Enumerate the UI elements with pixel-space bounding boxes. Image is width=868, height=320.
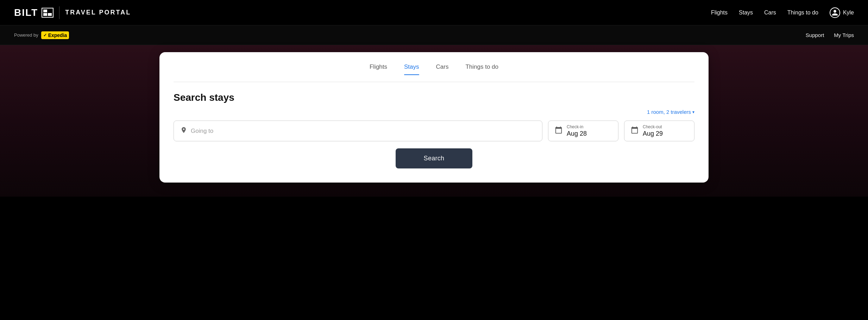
- checkin-field[interactable]: Check-in Aug 28: [548, 121, 618, 141]
- nav-link-flights[interactable]: Flights: [711, 10, 728, 16]
- nav-left: BILT TRAVEL PORTAL: [14, 6, 131, 19]
- bilt-logo[interactable]: BILT: [14, 7, 54, 18]
- going-to-field[interactable]: Going to: [174, 121, 542, 141]
- search-button[interactable]: Search: [396, 148, 473, 168]
- travelers-selector[interactable]: 1 room, 2 travelers ▾: [647, 109, 694, 115]
- nav-link-cars[interactable]: Cars: [764, 10, 776, 16]
- tab-stays[interactable]: Stays: [404, 63, 419, 75]
- travelers-label: 1 room, 2 travelers: [647, 109, 691, 115]
- checkin-content: Check-in Aug 28: [567, 124, 587, 137]
- search-title: Search stays: [174, 92, 694, 103]
- nav-link-things-to-do[interactable]: Things to do: [787, 10, 818, 16]
- search-fields: Going to Check-in Aug 28: [174, 121, 694, 141]
- travelers-row: 1 room, 2 travelers ▾: [174, 109, 694, 115]
- expedia-label: Expedia: [48, 32, 67, 38]
- checkout-label: Check-out: [643, 124, 663, 129]
- bilt-wordmark: BILT: [14, 7, 38, 18]
- tab-cars[interactable]: Cars: [436, 63, 449, 75]
- search-button-row: Search: [174, 148, 694, 168]
- top-navigation: BILT TRAVEL PORTAL Flights Stays Cars Th…: [0, 0, 868, 25]
- support-link[interactable]: Support: [806, 32, 824, 38]
- location-icon: [180, 127, 187, 135]
- secondary-nav-right: Support My Trips: [806, 32, 854, 38]
- checkout-value: Aug 29: [643, 130, 663, 137]
- powered-by-text: Powered by: [14, 32, 38, 38]
- user-name: Kyle: [843, 10, 854, 16]
- checkout-field[interactable]: Check-out Aug 29: [624, 121, 694, 141]
- nav-link-stays[interactable]: Stays: [739, 10, 753, 16]
- expedia-check-icon: ✓: [43, 33, 47, 38]
- bilt-grid-icon: [42, 8, 54, 18]
- my-trips-link[interactable]: My Trips: [834, 32, 854, 38]
- secondary-navigation: Powered by ✓ Expedia Support My Trips: [0, 25, 868, 45]
- user-avatar-icon: [830, 7, 840, 18]
- chevron-down-icon: ▾: [692, 110, 694, 115]
- checkin-label: Check-in: [567, 124, 587, 129]
- tab-things-to-do[interactable]: Things to do: [465, 63, 498, 75]
- expedia-badge: ✓ Expedia: [41, 31, 69, 39]
- tab-flights[interactable]: Flights: [370, 63, 387, 75]
- checkin-calendar-icon: [555, 126, 562, 136]
- search-tabs: Flights Stays Cars Things to do: [174, 63, 694, 82]
- checkout-content: Check-out Aug 29: [643, 124, 663, 137]
- going-to-placeholder: Going to: [191, 128, 213, 135]
- nav-right: Flights Stays Cars Things to do Kyle: [711, 7, 854, 18]
- user-profile[interactable]: Kyle: [830, 7, 854, 18]
- checkout-calendar-icon: [631, 126, 639, 136]
- search-card: Flights Stays Cars Things to do Search s…: [159, 52, 709, 183]
- powered-by: Powered by ✓ Expedia: [14, 31, 69, 39]
- nav-divider: [59, 6, 59, 19]
- hero-section: Flights Stays Cars Things to do Search s…: [0, 45, 868, 197]
- portal-title: TRAVEL PORTAL: [65, 9, 131, 16]
- checkin-value: Aug 28: [567, 130, 587, 137]
